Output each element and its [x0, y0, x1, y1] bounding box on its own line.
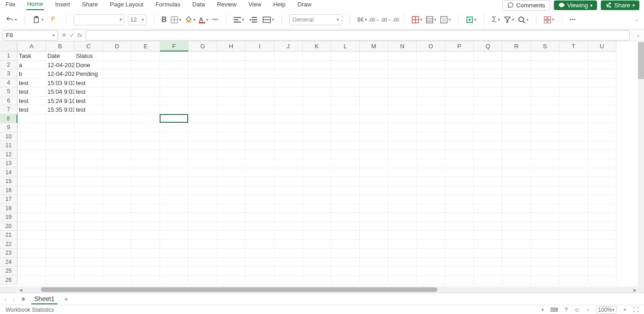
cell[interactable] — [445, 159, 474, 168]
cell[interactable] — [331, 159, 360, 168]
merge-button[interactable]: ▾ — [263, 17, 274, 23]
cell[interactable] — [217, 222, 246, 231]
cell[interactable] — [531, 79, 559, 88]
cell[interactable]: 12-04-2024 — [46, 61, 75, 70]
cell[interactable] — [474, 87, 502, 97]
cell[interactable] — [274, 69, 303, 79]
column-header[interactable]: Q — [474, 41, 502, 51]
cell[interactable] — [559, 69, 588, 79]
cell[interactable] — [103, 51, 132, 61]
cell[interactable] — [103, 61, 132, 70]
row-header[interactable]: 17 — [0, 195, 17, 204]
cell[interactable] — [217, 132, 246, 142]
cell[interactable] — [588, 186, 616, 195]
cell[interactable] — [246, 51, 274, 61]
vertical-scrollbar[interactable] — [638, 41, 644, 286]
cell[interactable] — [531, 240, 559, 249]
cell[interactable] — [103, 114, 132, 124]
cell[interactable] — [588, 87, 616, 97]
cell[interactable] — [417, 97, 445, 106]
cell[interactable] — [103, 123, 132, 132]
borders-button[interactable]: ▾ — [171, 16, 181, 23]
cell[interactable] — [588, 123, 616, 132]
cell[interactable] — [160, 51, 189, 61]
cell[interactable] — [46, 276, 75, 285]
addins-button[interactable]: ▾ — [544, 16, 554, 23]
cell[interactable] — [417, 222, 445, 231]
cell[interactable] — [531, 97, 559, 106]
enter-formula-button[interactable]: ✓ — [69, 32, 75, 39]
cell[interactable] — [417, 105, 445, 114]
cell[interactable] — [75, 114, 103, 124]
cell[interactable] — [417, 195, 445, 204]
cell[interactable] — [132, 186, 160, 195]
font-size-picker[interactable]: 12 ▾ — [128, 14, 146, 25]
cell[interactable] — [246, 69, 274, 79]
cell[interactable] — [246, 204, 274, 213]
row-header[interactable]: 8 — [0, 114, 17, 124]
cell[interactable] — [588, 61, 616, 70]
add-sheet-button[interactable]: + — [64, 295, 69, 304]
cell[interactable] — [559, 177, 588, 186]
cell[interactable] — [246, 240, 274, 249]
cell[interactable] — [502, 51, 531, 61]
cell[interactable] — [502, 177, 531, 186]
cell[interactable] — [474, 132, 502, 142]
cell[interactable] — [274, 132, 303, 142]
cell[interactable] — [189, 195, 217, 204]
cell[interactable] — [417, 141, 445, 150]
cell[interactable] — [246, 61, 274, 70]
cell[interactable] — [502, 168, 531, 177]
ribbon-expand-button[interactable]: ⌄ — [634, 17, 638, 23]
cell[interactable]: Status — [75, 51, 103, 61]
cell[interactable] — [75, 231, 103, 240]
cell[interactable] — [388, 87, 417, 97]
cell[interactable] — [303, 258, 331, 267]
cell[interactable] — [531, 276, 559, 285]
cell[interactable] — [502, 159, 531, 168]
cell[interactable] — [246, 141, 274, 150]
currency-button[interactable]: $€▾ — [357, 16, 367, 23]
cell[interactable] — [75, 186, 103, 195]
cell[interactable]: 15:35 9:03 AM — [46, 105, 75, 114]
cell[interactable] — [388, 69, 417, 79]
cell[interactable] — [445, 204, 474, 213]
cell[interactable] — [274, 177, 303, 186]
cell[interactable] — [388, 79, 417, 88]
cell[interactable] — [17, 231, 46, 240]
row-header[interactable]: 1 — [0, 51, 17, 61]
cell[interactable] — [246, 222, 274, 231]
cell[interactable] — [189, 222, 217, 231]
tab-help[interactable]: Help — [272, 1, 287, 10]
cell[interactable] — [246, 79, 274, 88]
cell[interactable] — [160, 168, 189, 177]
cell[interactable] — [160, 213, 189, 222]
cell[interactable] — [445, 267, 474, 276]
scroll-right-button[interactable]: ▸ — [633, 286, 637, 293]
cell[interactable] — [160, 276, 189, 285]
cell[interactable] — [103, 132, 132, 142]
cell[interactable] — [474, 159, 502, 168]
cell[interactable] — [474, 240, 502, 249]
format-table-button[interactable]: ▾ — [426, 16, 437, 23]
conditional-format-button[interactable]: ▾ — [412, 16, 422, 23]
cell[interactable] — [474, 249, 502, 258]
column-header[interactable]: B — [46, 41, 75, 51]
cell[interactable] — [417, 114, 445, 124]
cell[interactable] — [445, 213, 474, 222]
cell[interactable] — [17, 177, 46, 186]
cell[interactable] — [502, 195, 531, 204]
cell[interactable] — [588, 222, 616, 231]
column-header[interactable]: G — [189, 41, 217, 51]
cell[interactable] — [103, 213, 132, 222]
cell[interactable] — [103, 195, 132, 204]
formula-bar-expand-button[interactable]: ⌄ — [636, 32, 640, 38]
cell[interactable] — [531, 249, 559, 258]
cell[interactable] — [274, 141, 303, 150]
cell[interactable] — [132, 249, 160, 258]
undo-button[interactable]: ▾ — [6, 16, 17, 24]
cell[interactable] — [531, 204, 559, 213]
cell[interactable] — [388, 231, 417, 240]
cell[interactable] — [75, 213, 103, 222]
cell[interactable] — [103, 69, 132, 79]
